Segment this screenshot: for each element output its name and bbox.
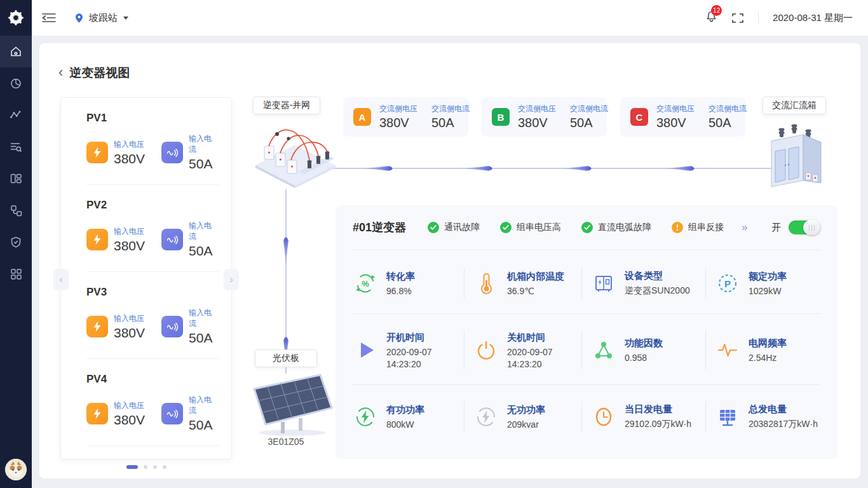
stat-internal-temperature: 机箱内部温度 36.9℃ [473,271,591,296]
inverter-illustration [253,113,337,191]
pv-panel-label: 光伏板 [255,349,317,367]
pv-item[interactable]: PV1 输入电压 380V 输入电流 50A [86,98,219,184]
sidebar-item-logs[interactable] [0,131,32,163]
conversion-rate-icon: % [353,271,378,296]
sidebar-item-analytics[interactable] [0,99,32,131]
pv-item[interactable]: PV5 输入电压 380V 输入电流 50A [86,445,219,459]
shield-check-icon [10,236,22,248]
start-time-icon [353,337,378,363]
pagination-dot[interactable] [153,465,157,469]
phase-c-badge: C [630,108,648,126]
current-icon [161,403,183,424]
pie-chart-icon [10,77,22,90]
stat-value: 2020-09-07 [386,347,432,357]
pv-name: PV4 [86,373,219,386]
stat-label: 设备类型 [625,270,690,282]
stat-value2: 14:23:20 [386,359,432,369]
pv-name: PV2 [86,199,219,212]
sidebar-item-home[interactable] [0,36,32,67]
voltage-icon [86,229,108,250]
stat-value: 36.9℃ [507,286,564,296]
station-selector[interactable]: 坡跟站 [74,12,128,24]
ac-current-label: 交流侧电流 [709,104,747,114]
ac-voltage-value: 380V [379,116,417,130]
app-logo[interactable] [0,0,32,36]
pv-item[interactable]: PV3 输入电压 380V 输入电流 50A [86,271,219,358]
power-toggle[interactable] [789,220,820,234]
divider [353,313,820,314]
alarm-item: 组串反接 [672,222,724,233]
more-alarms-button[interactable]: » [742,221,747,234]
fullscreen-button[interactable] [731,13,744,24]
voltage-value: 380V [114,412,145,428]
sidebar-item-devices[interactable] [0,163,32,194]
sidebar-item-apps[interactable] [0,258,32,290]
stat-active-power: 有功功率 800kW [353,404,473,430]
sidebar-item-overview[interactable] [0,67,32,99]
hierarchy-icon [10,204,22,217]
pv-string-list: PV1 输入电压 380V 输入电流 50A [60,97,232,459]
pv-item[interactable]: PV2 输入电压 380V 输入电流 50A [86,184,219,271]
ac-voltage-value: 380V [518,116,556,130]
stat-total-energy: 总发电量 20382817万kW·h [715,403,820,430]
pagination-dot[interactable] [144,465,147,469]
stat-rated-power: P 额定功率 1029kW [715,271,820,296]
sidebar-item-topology[interactable] [0,194,32,226]
current-icon [161,316,183,337]
voltage-label: 输入电压 [114,226,145,237]
back-button[interactable]: ‹ [58,65,63,81]
stat-value: 96.8% [386,286,415,296]
warning-circle-icon [672,222,683,233]
alarm-item: 直流电弧故障 [581,222,651,233]
phase-b-card: B 交流侧电压 380V 交流侧电流 50A [482,97,607,137]
stop-time-icon [473,337,499,363]
location-pin-icon [74,12,85,24]
stat-label: 有功功率 [386,404,424,416]
alarm-label: 组串电压高 [517,222,561,233]
grid-frequency-icon [715,337,740,363]
carousel-next-button[interactable]: › [224,269,239,290]
user-avatar[interactable] [5,459,27,480]
inverter-title: #01逆变器 [353,220,406,235]
notifications-button[interactable]: 12 [705,10,717,25]
svg-text:P: P [724,278,731,289]
layout-icon [10,172,22,185]
stat-label: 关机时间 [507,332,553,344]
current-value: 50A [189,417,219,433]
ac-voltage-label: 交流侧电压 [656,104,695,114]
switch-label: 开 [771,222,781,234]
stat-power-factor: 功能因数 0.958 [591,337,715,363]
ac-current-label: 交流侧电流 [431,104,470,114]
notification-badge: 12 [711,5,722,16]
pv-name: PV3 [86,286,219,299]
alarm-label: 组串反接 [688,222,724,233]
pv-item[interactable]: PV4 输入电压 380V 输入电流 50A [86,358,219,445]
sidebar [0,0,32,488]
sidebar-item-security[interactable] [0,226,32,258]
svg-text:%: % [362,279,369,288]
combiner-box-label: 交流汇流箱 [763,97,826,114]
divider [353,384,820,385]
voltage-icon [86,142,108,163]
pagination-dot[interactable] [163,465,166,469]
inverter-detail-panel: #01逆变器 通讯故障 组串电压高 直流电弧故障 组串反接 » 开 [336,205,837,459]
pagination-dot[interactable] [126,465,138,469]
stat-value: 1029kW [749,286,787,296]
apps-grid-icon [10,268,22,280]
flow-line-vertical [281,189,291,374]
detail-header: #01逆变器 通讯故障 组串电压高 直流电弧故障 组串反接 » 开 [353,205,820,250]
menu-fold-icon [42,13,56,23]
home-icon [10,45,22,58]
power-switch-group: 开 [771,220,820,234]
reactive-power-icon [473,404,499,430]
stat-value2: 14:23:20 [507,359,553,369]
topbar-right: 12 2020-08-31 星期一 [705,10,853,25]
carousel-prev-button[interactable]: ‹ [53,269,69,290]
stat-value: 2.54Hz [749,353,787,363]
current-value: 50A [189,156,219,172]
stat-conversion-rate: % 转化率 96.8% [353,271,473,296]
menu-fold-button[interactable] [42,13,56,23]
stats-row-1: % 转化率 96.8% 机箱内部温度 36.9℃ [353,259,820,308]
stat-label: 电网频率 [749,337,787,349]
stat-reactive-power: 无功功率 209kvar [473,404,591,430]
